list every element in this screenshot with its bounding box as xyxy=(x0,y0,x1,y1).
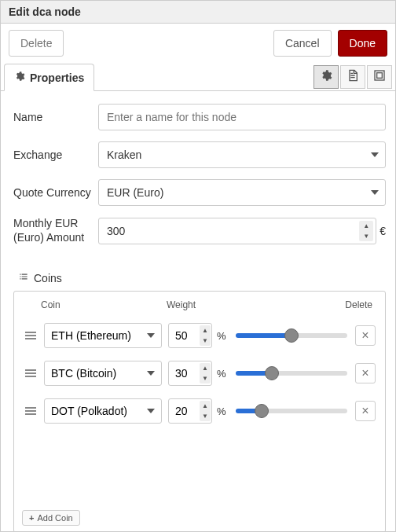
exchange-select[interactable]: Kraken xyxy=(98,141,386,168)
done-button[interactable]: Done xyxy=(338,30,387,57)
chevron-up-icon[interactable]: ▲ xyxy=(359,221,373,231)
svg-rect-1 xyxy=(377,73,383,79)
coin-select[interactable]: DOT (Polkadot) xyxy=(44,398,162,424)
monthly-amount-input[interactable] xyxy=(98,218,376,244)
document-icon xyxy=(346,69,359,84)
coins-table: Coin Weight Delete ETH (Ethereum) ▲ ▼ % … xyxy=(13,291,386,532)
quote-currency-select[interactable]: EUR (Euro) xyxy=(98,179,386,206)
weight-stepper[interactable]: ▲ ▼ xyxy=(200,325,211,346)
drag-handle-icon[interactable] xyxy=(24,332,38,339)
weight-slider[interactable] xyxy=(236,371,347,376)
percent-sign: % xyxy=(217,405,226,417)
percent-sign: % xyxy=(217,330,226,342)
chevron-down-icon[interactable]: ▼ xyxy=(359,231,373,241)
weight-stepper[interactable]: ▲ ▼ xyxy=(200,401,211,421)
exchange-label: Exchange xyxy=(13,149,98,162)
chevron-up-icon[interactable]: ▲ xyxy=(200,325,211,336)
name-input[interactable] xyxy=(98,104,386,130)
col-header-coin: Coin xyxy=(41,299,159,310)
coins-column-headers: Coin Weight Delete xyxy=(22,299,377,317)
delete-button[interactable]: Delete xyxy=(9,30,64,57)
add-coin-button[interactable]: + Add Coin xyxy=(22,510,80,526)
tabs-row: Properties xyxy=(1,63,395,91)
coins-section-label: Coins xyxy=(34,272,62,284)
document-view-button[interactable] xyxy=(340,65,365,89)
layout-icon xyxy=(373,69,386,84)
tab-tools xyxy=(314,63,392,90)
form-area: Name Exchange Kraken Quote Currency EUR … xyxy=(1,91,395,262)
plus-icon: + xyxy=(29,513,34,523)
drag-handle-icon[interactable] xyxy=(24,407,38,415)
monthly-amount-label: Monthly EUR (Euro) Amount xyxy=(13,217,98,244)
weight-stepper[interactable]: ▲ ▼ xyxy=(200,363,211,383)
chevron-down-icon[interactable]: ▼ xyxy=(200,373,211,383)
currency-suffix: € xyxy=(380,225,386,237)
dialog-title: Edit dca node xyxy=(1,1,395,24)
svg-rect-0 xyxy=(375,71,384,80)
close-icon: × xyxy=(361,329,368,342)
gear-icon xyxy=(320,69,332,84)
settings-view-button[interactable] xyxy=(314,65,339,89)
percent-sign: % xyxy=(217,368,226,380)
coin-select[interactable]: ETH (Ethereum) xyxy=(44,323,162,348)
layout-view-button[interactable] xyxy=(367,65,392,89)
chevron-up-icon[interactable]: ▲ xyxy=(200,363,211,373)
weight-slider[interactable] xyxy=(236,409,347,413)
coin-select[interactable]: BTC (Bitcoin) xyxy=(44,361,162,386)
coin-row: BTC (Bitcoin) ▲ ▼ % × xyxy=(22,354,377,392)
close-icon: × xyxy=(361,405,368,417)
remove-coin-button[interactable]: × xyxy=(355,363,376,383)
amount-stepper[interactable]: ▲ ▼ xyxy=(359,221,373,241)
col-header-delete: Delete xyxy=(345,299,372,310)
chevron-down-icon[interactable]: ▼ xyxy=(200,411,211,421)
chevron-up-icon[interactable]: ▲ xyxy=(200,401,211,411)
remove-coin-button[interactable]: × xyxy=(355,325,376,346)
header-actions: Delete Cancel Done xyxy=(1,24,395,63)
weight-slider[interactable] xyxy=(236,333,347,338)
close-icon: × xyxy=(361,367,368,380)
list-icon xyxy=(18,271,29,284)
tab-properties-label: Properties xyxy=(30,72,84,84)
coins-section-header: Coins xyxy=(18,271,386,284)
chevron-down-icon[interactable]: ▼ xyxy=(200,336,211,346)
remove-coin-button[interactable]: × xyxy=(355,401,376,421)
name-label: Name xyxy=(13,111,98,124)
gear-icon xyxy=(14,71,25,84)
quote-currency-label: Quote Currency xyxy=(13,186,98,200)
coin-row: ETH (Ethereum) ▲ ▼ % × xyxy=(22,317,377,354)
add-coin-label: Add Coin xyxy=(37,513,72,523)
col-header-weight: Weight xyxy=(167,299,237,310)
tab-properties[interactable]: Properties xyxy=(4,64,94,91)
coin-row: DOT (Polkadot) ▲ ▼ % × xyxy=(22,392,377,430)
drag-handle-icon[interactable] xyxy=(24,369,38,377)
cancel-button[interactable]: Cancel xyxy=(273,30,332,57)
